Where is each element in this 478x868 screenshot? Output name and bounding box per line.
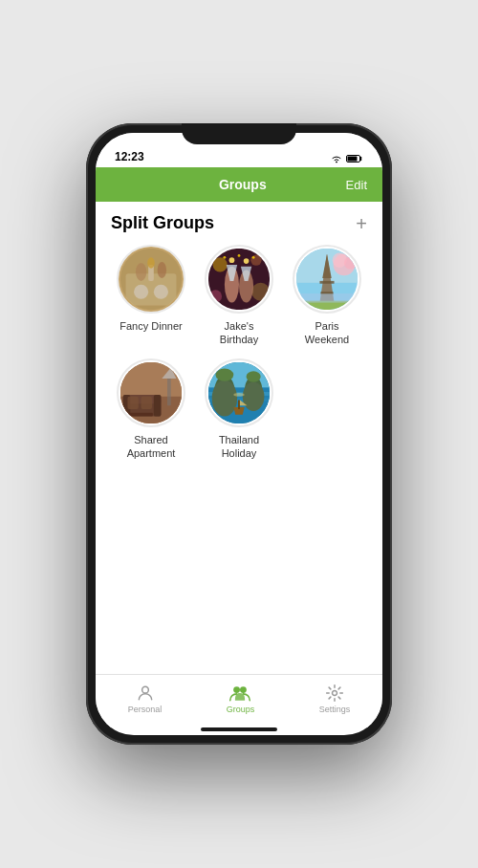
add-group-button[interactable]: + [356,214,367,233]
nav-title: Groups [219,177,267,192]
group-label-jakes-birthday: Jake'sBirthday [220,319,258,347]
group-item-shared-apartment[interactable]: SharedApartment [111,358,191,461]
svg-point-25 [238,254,241,257]
group-avatar-thailand-holiday [205,358,273,427]
svg-rect-35 [319,281,334,284]
svg-point-22 [229,257,235,263]
tab-settings-label: Settings [319,705,351,714]
svg-point-18 [251,283,270,301]
nav-bar: Groups Edit [96,167,382,202]
settings-icon [325,684,344,703]
status-time: 12:23 [115,150,144,163]
svg-rect-2 [348,157,358,162]
group-label-shared-apartment: SharedApartment [127,433,176,461]
tab-personal[interactable]: Personal [128,684,163,714]
tab-groups-label: Groups [227,705,255,714]
group-avatar-paris-weekend [293,245,361,314]
svg-point-64 [247,371,261,381]
group-label-thailand-holiday: ThailandHoliday [219,433,259,461]
svg-point-24 [223,256,226,259]
svg-point-16 [213,257,228,271]
svg-point-69 [141,686,148,693]
group-item-paris-weekend[interactable]: ParisWeekend [287,245,367,347]
group-item-fancy-dinner[interactable]: Fancy Dinner [111,245,191,347]
svg-point-23 [244,258,250,264]
svg-rect-38 [294,293,359,302]
notch [182,123,296,144]
phone-screen: 12:23 Groups Edit [96,133,382,735]
groups-grid: Fancy Dinner [111,245,367,460]
svg-point-60 [212,380,237,416]
svg-point-70 [234,686,241,693]
tab-settings[interactable]: Settings [319,684,351,714]
section-title: Split Groups [111,213,214,233]
svg-point-32 [344,256,357,269]
svg-point-68 [233,393,244,397]
svg-point-72 [332,690,337,695]
main-content: Split Groups + [96,202,382,674]
edit-button[interactable]: Edit [346,178,367,192]
phone-frame: 12:23 Groups Edit [86,123,392,745]
group-label-paris-weekend: ParisWeekend [305,319,349,347]
tab-groups[interactable]: Groups [227,684,255,714]
home-indicator [201,727,277,731]
group-avatar-shared-apartment [117,358,185,427]
tab-personal-label: Personal [128,705,163,714]
group-avatar-fancy-dinner [117,245,185,314]
svg-rect-52 [119,360,184,425]
svg-point-17 [250,255,261,266]
svg-point-62 [243,381,265,410]
group-avatar-jakes-birthday [205,245,273,314]
svg-rect-66 [238,400,240,408]
status-icons [331,154,363,163]
section-header: Split Groups + [111,213,367,233]
wifi-icon [331,154,342,163]
person-icon [136,684,155,703]
group-label-fancy-dinner: Fancy Dinner [120,319,182,333]
svg-point-26 [252,256,255,259]
battery-icon [346,154,363,163]
tab-bar: Personal Groups Settings [96,674,382,727]
group-item-jakes-birthday[interactable]: Jake'sBirthday [199,245,279,347]
groups-icon [228,684,251,703]
svg-point-63 [215,368,233,380]
svg-point-19 [209,290,222,302]
svg-point-0 [336,162,337,163]
group-item-thailand-holiday[interactable]: ThailandHoliday [199,358,279,461]
svg-point-71 [240,686,247,693]
